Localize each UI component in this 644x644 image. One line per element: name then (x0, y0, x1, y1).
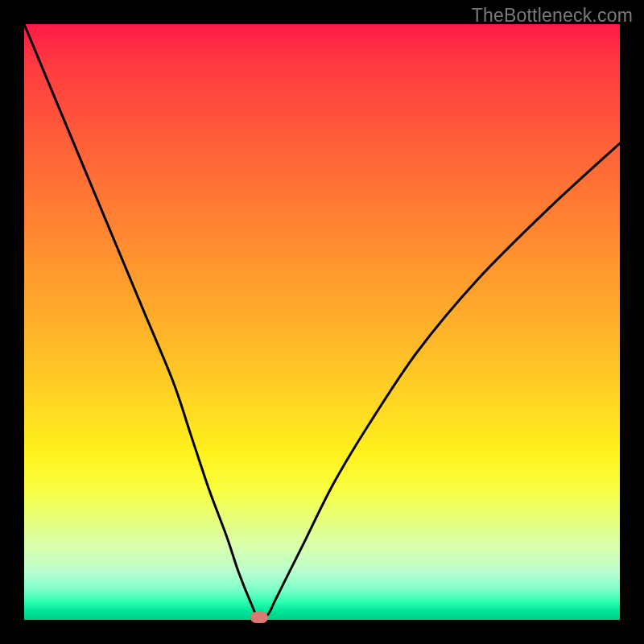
outer-frame: TheBottleneck.com (0, 0, 644, 644)
plot-area (24, 24, 620, 620)
optimal-point-marker (250, 612, 268, 623)
bottleneck-curve (24, 24, 620, 620)
watermark-text: TheBottleneck.com (472, 5, 633, 27)
